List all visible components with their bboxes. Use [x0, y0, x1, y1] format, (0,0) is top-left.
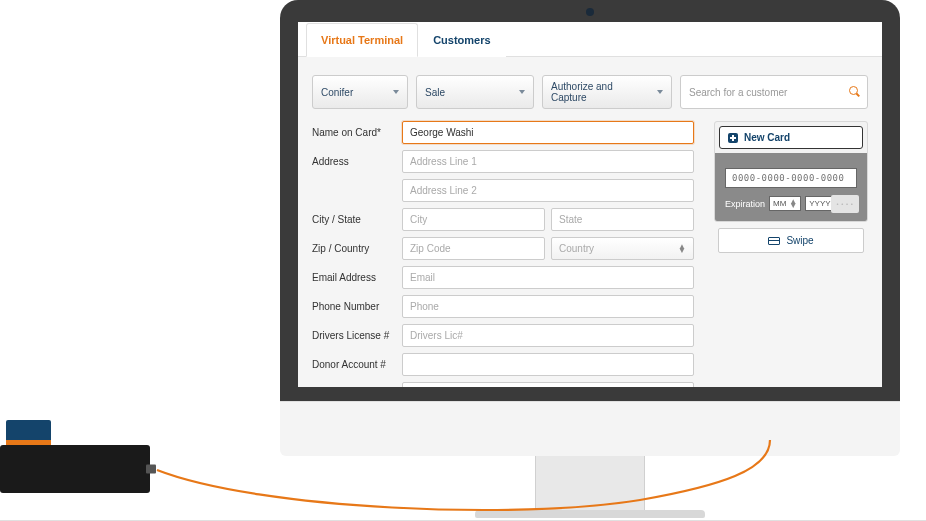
- address1-input[interactable]: [402, 150, 694, 173]
- exp-month-select[interactable]: MM ▲▼: [769, 196, 801, 211]
- label-address: Address: [312, 156, 402, 167]
- caret-down-icon: [519, 90, 525, 94]
- merchant-value: Conifer: [321, 87, 353, 98]
- card-panel: New Card Expiration MM ▲▼: [714, 121, 868, 222]
- card-brand-icon: • • • •: [831, 195, 859, 213]
- updown-icon: ▲▼: [789, 200, 797, 208]
- zip-input[interactable]: [402, 237, 545, 260]
- expiration-label: Expiration: [725, 199, 765, 209]
- dl-input[interactable]: [402, 324, 694, 347]
- monitor-stand-neck: [535, 456, 645, 511]
- updown-icon: ▲▼: [678, 245, 686, 253]
- cid2-input[interactable]: [402, 382, 694, 387]
- auth-mode-dropdown[interactable]: Authorize and Capture: [542, 75, 672, 109]
- plus-icon: [728, 133, 738, 143]
- city-input[interactable]: [402, 208, 545, 231]
- label-email: Email Address: [312, 272, 402, 283]
- monitor-stand-base: [475, 510, 705, 518]
- swipe-label: Swipe: [786, 235, 813, 246]
- caret-down-icon: [393, 90, 399, 94]
- tab-customers[interactable]: Customers: [418, 23, 505, 57]
- credit-card-prop-icon: [6, 420, 51, 446]
- txn-type-value: Sale: [425, 87, 445, 98]
- camera-icon: [586, 8, 594, 16]
- country-select[interactable]: Country ▲▼: [551, 237, 694, 260]
- txn-type-dropdown[interactable]: Sale: [416, 75, 534, 109]
- monitor: Virtual Terminal Customers Conifer Sale …: [280, 0, 900, 518]
- swipe-icon: [768, 237, 780, 245]
- monitor-bezel: Virtual Terminal Customers Conifer Sale …: [280, 0, 900, 401]
- tab-bar: Virtual Terminal Customers: [298, 22, 882, 57]
- tab-virtual-terminal[interactable]: Virtual Terminal: [306, 23, 418, 57]
- merchant-dropdown[interactable]: Conifer: [312, 75, 408, 109]
- main-columns: Name on Card* Address City / State: [298, 121, 882, 387]
- phone-input[interactable]: [402, 295, 694, 318]
- auth-mode-value: Authorize and Capture: [551, 81, 651, 103]
- card-reader-device: [0, 445, 150, 493]
- label-city-state: City / State: [312, 214, 402, 225]
- card-body: Expiration MM ▲▼ YYYY ▲▼ • • •: [715, 153, 867, 221]
- screen: Virtual Terminal Customers Conifer Sale …: [298, 22, 882, 387]
- monitor-chin: [280, 401, 900, 456]
- label-phone: Phone Number: [312, 301, 402, 312]
- caret-down-icon: [657, 90, 663, 94]
- card-column: New Card Expiration MM ▲▼: [714, 121, 868, 387]
- label-dl: Drivers License #: [312, 330, 402, 341]
- card-number-input[interactable]: [725, 168, 857, 188]
- search-icon: [849, 86, 861, 98]
- name-input[interactable]: [402, 121, 694, 144]
- address2-input[interactable]: [402, 179, 694, 202]
- device-port-icon: [146, 465, 156, 474]
- customer-search[interactable]: [680, 75, 868, 109]
- control-row: Conifer Sale Authorize and Capture: [298, 57, 882, 121]
- new-card-label: New Card: [744, 132, 790, 143]
- customer-search-input[interactable]: [689, 82, 849, 103]
- label-donor: Donor Account #: [312, 359, 402, 370]
- swipe-button[interactable]: Swipe: [718, 228, 864, 253]
- customer-form: Name on Card* Address City / State: [312, 121, 694, 387]
- label-zip-country: Zip / Country: [312, 243, 402, 254]
- state-input[interactable]: [551, 208, 694, 231]
- email-input[interactable]: [402, 266, 694, 289]
- new-card-dropdown[interactable]: New Card: [719, 126, 863, 149]
- label-name: Name on Card*: [312, 127, 402, 138]
- donor-input[interactable]: [402, 353, 694, 376]
- country-placeholder: Country: [559, 243, 594, 254]
